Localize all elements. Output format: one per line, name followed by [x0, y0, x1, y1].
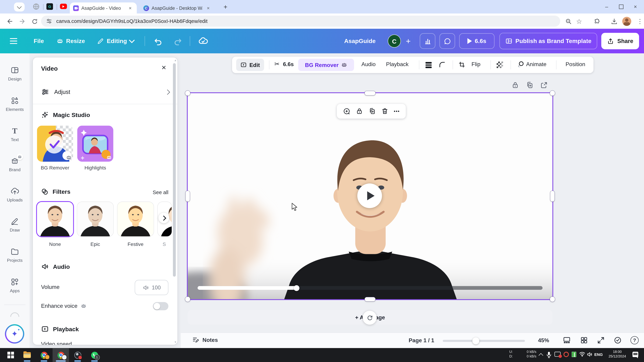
audio-button[interactable]: Audio — [362, 61, 376, 67]
publish-brand-template-button[interactable]: Publish as Brand Template — [500, 33, 597, 49]
filter-festive[interactable] — [118, 202, 154, 236]
forward-button[interactable] — [17, 16, 27, 26]
adjust-levels-button[interactable] — [426, 61, 432, 69]
clip-duration[interactable]: 6.6s — [283, 61, 294, 67]
filter-epic[interactable] — [77, 202, 114, 236]
notes-button[interactable]: Notes — [192, 336, 218, 344]
new-tab-button[interactable]: + — [220, 2, 230, 12]
timeline-view-button[interactable] — [562, 336, 571, 344]
resize-handle-topleft[interactable] — [185, 91, 190, 96]
video-seekbar[interactable] — [198, 286, 542, 290]
window-minimize-button[interactable]: – — [600, 1, 613, 11]
resize-handle-bottomright[interactable] — [550, 297, 555, 302]
export-page-button[interactable] — [540, 81, 548, 89]
tab-close-button[interactable]: × — [127, 5, 134, 11]
back-button[interactable] — [5, 16, 15, 26]
browser-tab-inactive[interactable]: C AsapGuide - Desktop Wallpa × — [140, 2, 215, 13]
undo-button[interactable] — [153, 36, 164, 47]
resize-handle-left[interactable] — [186, 191, 190, 201]
resize-handle-top[interactable] — [365, 91, 376, 95]
wifi-tray-icon[interactable] — [579, 351, 585, 357]
lens-search-icon[interactable] — [564, 16, 573, 26]
notification-center-button[interactable] — [632, 352, 638, 357]
invite-member-button[interactable]: + — [404, 36, 413, 46]
present-button[interactable]: 6.6s — [459, 33, 494, 49]
grid-view-button[interactable] — [580, 336, 588, 344]
sidebar-item-brand[interactable]: co Brand — [0, 156, 30, 172]
zoom-level[interactable]: 45% — [538, 337, 549, 344]
sidebar-item-projects[interactable]: Projects — [0, 247, 30, 263]
lock-button[interactable] — [356, 107, 363, 115]
scroll-down-arrow[interactable]: ▾ — [174, 340, 176, 344]
file-explorer-button[interactable] — [19, 348, 35, 362]
comments-button[interactable] — [440, 33, 455, 49]
home-menu-button[interactable] — [10, 29, 17, 53]
browser-profile-avatar[interactable] — [622, 16, 632, 26]
net-speed-widget[interactable]: U:0 kB/s D:0 kB/s — [509, 350, 536, 359]
file-menu-button[interactable]: File — [34, 29, 44, 53]
account-avatar[interactable]: C — [388, 34, 401, 47]
resize-button[interactable]: Resize — [57, 29, 85, 53]
chrome-profile1-button[interactable] — [36, 348, 52, 362]
seekbar-knob[interactable] — [294, 285, 300, 291]
resize-handle-bottom[interactable] — [365, 297, 376, 301]
bookmark-star-icon[interactable]: ☆ — [574, 16, 584, 26]
browser-tab-active[interactable]: AsapGuide - Video × — [70, 2, 137, 13]
window-close-button[interactable]: × — [629, 1, 642, 11]
dark-site-pinned-tab[interactable]: G — [46, 3, 53, 10]
screen-record-tray-icon[interactable] — [554, 352, 560, 357]
more-options-button[interactable]: ••• — [394, 109, 400, 114]
canva-assistant-button[interactable]: ✦ ✦ — [5, 324, 24, 344]
corner-rounding-button[interactable] — [439, 61, 446, 68]
animate-button[interactable]: Animate — [526, 61, 546, 67]
zoom-slider-knob[interactable] — [472, 337, 479, 344]
resize-handle-bottomleft[interactable] — [185, 297, 190, 302]
position-button[interactable]: Position — [566, 61, 586, 67]
clock-widget[interactable]: 18:00 25/12/2024 — [605, 350, 629, 359]
editing-mode-button[interactable]: Editing — [97, 29, 134, 53]
globe-pinned-tab[interactable] — [33, 3, 40, 10]
site-settings-icon[interactable] — [46, 18, 52, 24]
adjust-row[interactable]: Adjust — [41, 85, 169, 98]
browser-menu-icon[interactable]: ⋮ — [635, 16, 644, 26]
highlights-tool[interactable] — [77, 126, 114, 162]
obs-button[interactable] — [70, 348, 86, 362]
chrome-profile2-button-active[interactable] — [52, 348, 69, 362]
tab-close-button[interactable]: × — [205, 5, 212, 11]
help-button[interactable]: ? — [630, 336, 639, 344]
playback-button[interactable]: Playback — [386, 61, 408, 67]
filters-see-all-link[interactable]: See all — [153, 190, 168, 195]
mic-tray-icon[interactable] — [546, 351, 552, 358]
design-name[interactable]: AsapGuide — [344, 29, 376, 53]
transparency-button[interactable] — [496, 61, 503, 68]
sidebar-item-design[interactable]: Design — [0, 66, 30, 81]
sidebar-item-elements[interactable]: Elements — [0, 96, 30, 112]
start-button[interactable] — [2, 348, 19, 362]
bg-remover-button[interactable]: BG Remover — [298, 59, 354, 71]
saved-status-button[interactable] — [614, 336, 622, 344]
filter-none[interactable] — [37, 202, 73, 236]
duplicate-page-button[interactable] — [526, 81, 534, 89]
add-comment-button[interactable] — [343, 107, 350, 115]
window-maximize-button[interactable] — [615, 1, 627, 11]
extensions-icon[interactable] — [592, 16, 601, 26]
obs-tray-icon[interactable] — [564, 352, 569, 357]
volume-tray-icon[interactable] — [586, 351, 592, 358]
resize-handle-right[interactable] — [550, 191, 554, 201]
tray-expand-button[interactable] — [539, 353, 543, 357]
tab-search-button[interactable] — [14, 2, 25, 11]
app-tray-icon[interactable] — [572, 352, 576, 357]
sidebar-item-draw[interactable]: Draw — [0, 217, 30, 232]
share-button[interactable]: Share — [601, 33, 639, 49]
duplicate-button[interactable] — [368, 107, 376, 115]
crop-button[interactable] — [458, 61, 465, 68]
youtube-pinned-tab[interactable] — [60, 4, 67, 9]
flip-button[interactable]: Flip — [472, 61, 480, 67]
enhance-voice-toggle[interactable] — [153, 302, 168, 310]
fullscreen-button[interactable] — [597, 336, 605, 344]
zoom-slider[interactable] — [443, 340, 525, 342]
panel-close-button[interactable]: × — [158, 62, 169, 73]
whatsapp-button[interactable]: 1 — [86, 348, 103, 362]
video-play-button[interactable] — [357, 183, 382, 208]
language-indicator[interactable]: ENG — [594, 352, 603, 357]
